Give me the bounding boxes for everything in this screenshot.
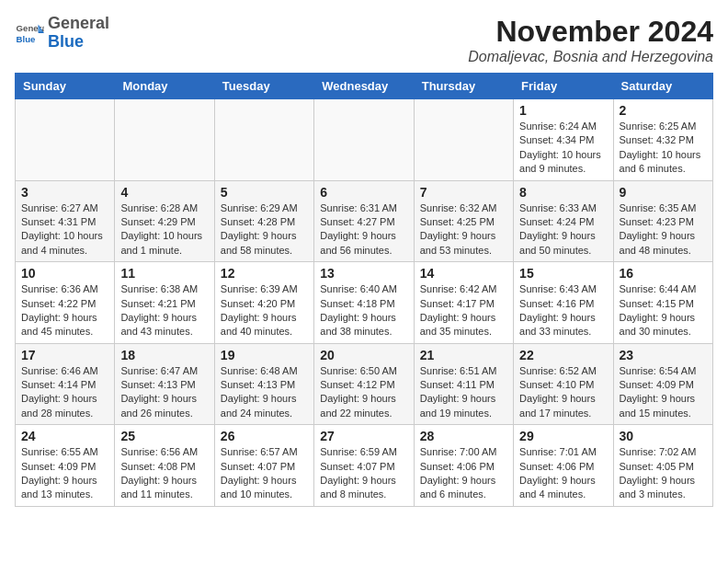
header-row: SundayMondayTuesdayWednesdayThursdayFrid… xyxy=(16,74,713,99)
day-info: Sunrise: 6:28 AM Sunset: 4:29 PM Dayligh… xyxy=(120,201,208,259)
day-cell: 13Sunrise: 6:40 AM Sunset: 4:18 PM Dayli… xyxy=(314,262,414,344)
day-cell: 16Sunrise: 6:44 AM Sunset: 4:15 PM Dayli… xyxy=(613,262,712,344)
day-info: Sunrise: 6:31 AM Sunset: 4:27 PM Dayligh… xyxy=(320,201,407,259)
col-header-friday: Friday xyxy=(514,74,613,99)
col-header-saturday: Saturday xyxy=(613,74,712,99)
day-number: 19 xyxy=(221,348,308,362)
day-info: Sunrise: 6:57 AM Sunset: 4:07 PM Dayligh… xyxy=(221,445,308,502)
day-number: 4 xyxy=(120,185,208,200)
day-cell: 4Sunrise: 6:28 AM Sunset: 4:29 PM Daylig… xyxy=(115,180,214,262)
day-number: 8 xyxy=(519,185,607,200)
header: General Blue General Blue November 2024 … xyxy=(15,15,713,65)
day-number: 29 xyxy=(519,429,607,443)
svg-text:Blue: Blue xyxy=(17,33,36,43)
calendar-table: SundayMondayTuesdayWednesdayThursdayFrid… xyxy=(15,73,713,507)
day-cell: 14Sunrise: 6:42 AM Sunset: 4:17 PM Dayli… xyxy=(414,262,513,344)
day-cell: 23Sunrise: 6:54 AM Sunset: 4:09 PM Dayli… xyxy=(613,343,712,425)
day-cell: 10Sunrise: 6:36 AM Sunset: 4:22 PM Dayli… xyxy=(16,262,115,344)
day-info: Sunrise: 6:36 AM Sunset: 4:22 PM Dayligh… xyxy=(21,282,108,339)
day-number: 27 xyxy=(320,429,407,443)
day-number: 21 xyxy=(420,348,507,362)
day-number: 23 xyxy=(620,348,707,362)
day-cell xyxy=(314,99,414,181)
day-info: Sunrise: 6:32 AM Sunset: 4:25 PM Dayligh… xyxy=(420,201,507,259)
day-number: 14 xyxy=(420,266,507,281)
day-cell: 15Sunrise: 6:43 AM Sunset: 4:16 PM Dayli… xyxy=(514,262,613,344)
week-row-3: 10Sunrise: 6:36 AM Sunset: 4:22 PM Dayli… xyxy=(16,262,713,344)
week-row-1: 1Sunrise: 6:24 AM Sunset: 4:34 PM Daylig… xyxy=(16,99,713,181)
day-number: 28 xyxy=(420,429,507,443)
day-info: Sunrise: 6:39 AM Sunset: 4:20 PM Dayligh… xyxy=(221,282,308,339)
day-cell xyxy=(214,99,313,181)
day-number: 30 xyxy=(620,429,707,443)
day-number: 26 xyxy=(221,429,308,443)
day-info: Sunrise: 7:02 AM Sunset: 4:05 PM Dayligh… xyxy=(620,445,707,502)
day-number: 3 xyxy=(21,185,108,200)
day-cell: 18Sunrise: 6:47 AM Sunset: 4:13 PM Dayli… xyxy=(115,343,214,425)
day-number: 10 xyxy=(21,266,108,281)
col-header-sunday: Sunday xyxy=(16,74,115,99)
day-cell: 6Sunrise: 6:31 AM Sunset: 4:27 PM Daylig… xyxy=(314,180,414,262)
month-title: November 2024 xyxy=(468,15,713,49)
day-info: Sunrise: 6:54 AM Sunset: 4:09 PM Dayligh… xyxy=(620,364,707,421)
day-info: Sunrise: 6:55 AM Sunset: 4:09 PM Dayligh… xyxy=(21,445,108,502)
day-cell: 27Sunrise: 6:59 AM Sunset: 4:07 PM Dayli… xyxy=(314,425,414,507)
col-header-tuesday: Tuesday xyxy=(214,74,313,99)
day-info: Sunrise: 6:35 AM Sunset: 4:23 PM Dayligh… xyxy=(620,201,707,259)
day-number: 18 xyxy=(120,348,208,362)
day-cell xyxy=(16,99,115,181)
day-number: 24 xyxy=(21,429,108,443)
day-number: 9 xyxy=(620,185,707,200)
day-info: Sunrise: 6:44 AM Sunset: 4:15 PM Dayligh… xyxy=(620,282,707,339)
day-number: 17 xyxy=(21,348,108,362)
day-cell: 8Sunrise: 6:33 AM Sunset: 4:24 PM Daylig… xyxy=(514,180,613,262)
week-row-5: 24Sunrise: 6:55 AM Sunset: 4:09 PM Dayli… xyxy=(16,425,713,507)
day-number: 20 xyxy=(320,348,407,362)
day-number: 12 xyxy=(221,266,308,281)
day-info: Sunrise: 6:56 AM Sunset: 4:08 PM Dayligh… xyxy=(120,445,208,502)
week-row-2: 3Sunrise: 6:27 AM Sunset: 4:31 PM Daylig… xyxy=(16,180,713,262)
day-info: Sunrise: 6:48 AM Sunset: 4:13 PM Dayligh… xyxy=(221,364,308,421)
day-info: Sunrise: 6:50 AM Sunset: 4:12 PM Dayligh… xyxy=(320,364,407,421)
title-area: November 2024 Domaljevac, Bosnia and Her… xyxy=(468,15,713,65)
day-info: Sunrise: 6:51 AM Sunset: 4:11 PM Dayligh… xyxy=(420,364,507,421)
day-info: Sunrise: 6:40 AM Sunset: 4:18 PM Dayligh… xyxy=(320,282,407,339)
day-number: 7 xyxy=(420,185,507,200)
day-cell: 21Sunrise: 6:51 AM Sunset: 4:11 PM Dayli… xyxy=(414,343,513,425)
day-info: Sunrise: 6:59 AM Sunset: 4:07 PM Dayligh… xyxy=(320,445,407,502)
day-cell: 19Sunrise: 6:48 AM Sunset: 4:13 PM Dayli… xyxy=(214,343,313,425)
day-cell: 9Sunrise: 6:35 AM Sunset: 4:23 PM Daylig… xyxy=(613,180,712,262)
day-number: 15 xyxy=(519,266,607,281)
day-cell: 26Sunrise: 6:57 AM Sunset: 4:07 PM Dayli… xyxy=(214,425,313,507)
day-info: Sunrise: 6:25 AM Sunset: 4:32 PM Dayligh… xyxy=(620,120,707,177)
day-cell: 7Sunrise: 6:32 AM Sunset: 4:25 PM Daylig… xyxy=(414,180,513,262)
day-info: Sunrise: 6:33 AM Sunset: 4:24 PM Dayligh… xyxy=(519,201,607,259)
logo-blue-text: Blue xyxy=(48,32,84,51)
day-info: Sunrise: 7:01 AM Sunset: 4:06 PM Dayligh… xyxy=(519,445,607,502)
day-info: Sunrise: 6:38 AM Sunset: 4:21 PM Dayligh… xyxy=(120,282,208,339)
day-cell: 30Sunrise: 7:02 AM Sunset: 4:05 PM Dayli… xyxy=(613,425,712,507)
day-cell: 3Sunrise: 6:27 AM Sunset: 4:31 PM Daylig… xyxy=(16,180,115,262)
day-cell xyxy=(414,99,513,181)
day-cell: 29Sunrise: 7:01 AM Sunset: 4:06 PM Dayli… xyxy=(514,425,613,507)
day-info: Sunrise: 6:24 AM Sunset: 4:34 PM Dayligh… xyxy=(519,120,607,177)
logo: General Blue General Blue xyxy=(15,15,109,52)
day-cell: 17Sunrise: 6:46 AM Sunset: 4:14 PM Dayli… xyxy=(16,343,115,425)
day-cell: 1Sunrise: 6:24 AM Sunset: 4:34 PM Daylig… xyxy=(514,99,613,181)
location: Domaljevac, Bosnia and Herzegovina xyxy=(468,49,713,65)
day-number: 11 xyxy=(120,266,208,281)
day-info: Sunrise: 6:29 AM Sunset: 4:28 PM Dayligh… xyxy=(221,201,308,259)
day-number: 22 xyxy=(519,348,607,362)
col-header-thursday: Thursday xyxy=(414,74,513,99)
day-info: Sunrise: 6:47 AM Sunset: 4:13 PM Dayligh… xyxy=(120,364,208,421)
day-info: Sunrise: 6:42 AM Sunset: 4:17 PM Dayligh… xyxy=(420,282,507,339)
day-number: 5 xyxy=(221,185,308,200)
day-cell: 2Sunrise: 6:25 AM Sunset: 4:32 PM Daylig… xyxy=(613,99,712,181)
day-cell: 12Sunrise: 6:39 AM Sunset: 4:20 PM Dayli… xyxy=(214,262,313,344)
col-header-monday: Monday xyxy=(115,74,214,99)
day-info: Sunrise: 6:52 AM Sunset: 4:10 PM Dayligh… xyxy=(519,364,607,421)
col-header-wednesday: Wednesday xyxy=(314,74,414,99)
logo-general-text: General xyxy=(48,14,109,32)
day-cell: 24Sunrise: 6:55 AM Sunset: 4:09 PM Dayli… xyxy=(16,425,115,507)
day-info: Sunrise: 6:27 AM Sunset: 4:31 PM Dayligh… xyxy=(21,201,108,259)
